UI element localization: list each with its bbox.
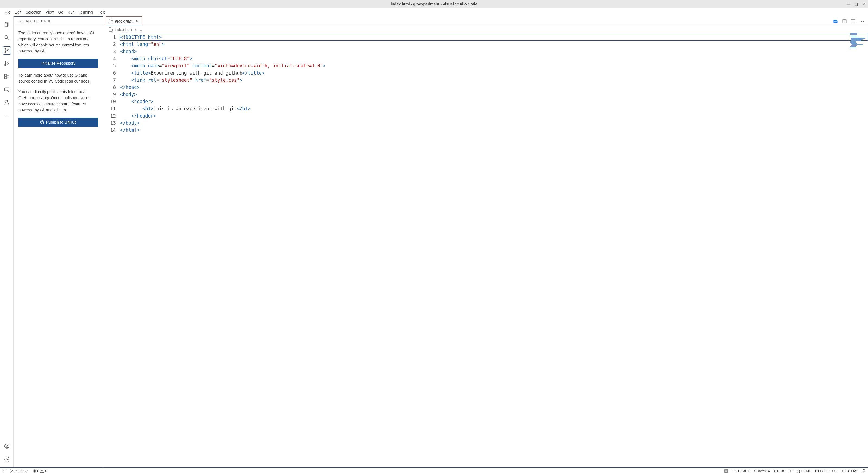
php-icon: PHP [833, 19, 838, 24]
play-bug-icon [4, 61, 10, 66]
notifications-button[interactable] [862, 469, 866, 473]
run-debug-tab[interactable] [0, 57, 13, 70]
svg-point-5 [5, 52, 6, 53]
close-window-button[interactable]: ✕ [862, 2, 866, 6]
maximize-button[interactable]: ▢ [854, 2, 858, 6]
split-icon [850, 19, 856, 24]
split-editor-button[interactable] [850, 19, 856, 24]
remote-indicator[interactable] [2, 469, 6, 473]
search-tab[interactable] [0, 31, 13, 44]
publish-to-github-button[interactable]: Publish to GitHub [19, 118, 98, 127]
code-line[interactable]: <link rel="stylesheet" href="style.css"> [120, 77, 868, 84]
sidebar-paragraph-3: You can directly publish this folder to … [19, 89, 98, 113]
settings-button[interactable] [0, 453, 13, 466]
svg-point-17 [6, 458, 8, 460]
code-line[interactable]: <head> [120, 48, 868, 55]
tab-index-html[interactable]: index.html ✕ [105, 16, 143, 26]
git-branch-icon [4, 48, 10, 54]
menu-edit[interactable]: Edit [13, 9, 24, 16]
error-icon [32, 469, 36, 473]
language-mode[interactable]: { } HTML [797, 469, 811, 473]
indentation[interactable]: Spaces: 4 [754, 469, 770, 473]
bell-icon [862, 469, 866, 473]
initialize-repository-button[interactable]: Initialize Repository [19, 59, 98, 68]
svg-line-3 [7, 38, 9, 40]
sync-icon [25, 469, 29, 473]
code-line[interactable]: <!DOCTYPE html> [120, 34, 868, 41]
svg-point-8 [4, 64, 6, 66]
warning-icon [40, 469, 44, 473]
editor-more-button[interactable]: ⋯ [859, 18, 864, 24]
beaker-icon [4, 100, 10, 106]
remote-icon [4, 87, 10, 93]
file-icon [109, 19, 113, 23]
code-line[interactable]: <h1>This is an experiment with git</h1> [120, 105, 868, 112]
diff-icon [842, 19, 847, 24]
activity-bar: ⋯ [0, 16, 13, 468]
svg-rect-1 [5, 23, 7, 27]
svg-text:PHP: PHP [834, 21, 837, 22]
svg-point-16 [6, 445, 8, 447]
svg-point-4 [5, 48, 6, 50]
code-line[interactable]: <meta name="viewport" content="width=dev… [120, 62, 868, 69]
minimap[interactable] [849, 33, 868, 468]
svg-point-2 [5, 35, 8, 38]
remote-status-icon [2, 469, 6, 473]
code-line[interactable]: <html lang="en"> [120, 41, 868, 48]
accounts-button[interactable] [0, 440, 13, 453]
explorer-tab[interactable] [0, 18, 13, 31]
files-icon [4, 22, 10, 27]
code-line[interactable]: </head> [120, 84, 868, 91]
feedback-button[interactable] [724, 469, 728, 473]
breadcrumb[interactable]: index.html › … [103, 26, 868, 33]
code-line[interactable]: </header> [120, 112, 868, 119]
code-line[interactable]: <header> [120, 98, 868, 105]
tab-close-button[interactable]: ✕ [135, 19, 139, 23]
minimize-button[interactable]: — [846, 2, 850, 6]
svg-point-13 [7, 90, 9, 92]
svg-point-27 [12, 470, 13, 471]
port-indicator[interactable]: Port: 3000 [815, 469, 836, 473]
editor: index.html ✕ PHP ⋯ index.html › … [103, 16, 868, 468]
remote-tab[interactable] [0, 83, 13, 96]
branch-icon [10, 469, 13, 473]
menubar: FileEditSelectionViewGoRunTerminalHelp [0, 8, 868, 16]
more-tab[interactable]: ⋯ [0, 109, 13, 122]
go-live-button[interactable]: Go Live [841, 469, 858, 473]
eol[interactable]: LF [788, 469, 792, 473]
compare-button[interactable] [842, 19, 847, 24]
tab-bar: index.html ✕ PHP ⋯ [103, 16, 868, 26]
code-content[interactable]: <!DOCTYPE html><html lang="en"><head> <m… [119, 33, 868, 468]
testing-tab[interactable] [0, 96, 13, 109]
read-docs-link[interactable]: read our docs [65, 79, 89, 83]
menu-view[interactable]: View [43, 9, 56, 16]
code-line[interactable]: </html> [120, 126, 868, 134]
svg-rect-20 [842, 20, 844, 23]
code-line[interactable]: <title>Experimenting with git and github… [120, 69, 868, 77]
source-control-tab[interactable] [0, 44, 13, 57]
tab-label: index.html [115, 19, 133, 23]
svg-rect-10 [4, 77, 6, 79]
code-line[interactable]: </body> [120, 119, 868, 126]
broadcast-icon [815, 469, 819, 473]
sidebar: SOURCE CONTROL The folder currently open… [13, 16, 103, 468]
ellipsis-icon: ⋯ [4, 113, 9, 119]
menu-go[interactable]: Go [56, 9, 65, 16]
extensions-tab[interactable] [0, 70, 13, 83]
cursor-position[interactable]: Ln 1, Col 1 [733, 469, 750, 473]
code-line[interactable]: <meta charset="UTF-8"> [120, 55, 868, 62]
menu-help[interactable]: Help [95, 9, 108, 16]
breadcrumb-ellipsis: … [138, 27, 143, 32]
svg-point-40 [842, 471, 843, 471]
gear-icon [4, 456, 10, 462]
branch-indicator[interactable]: main* [10, 469, 29, 473]
menu-terminal[interactable]: Terminal [77, 9, 95, 16]
php-button[interactable]: PHP [833, 19, 838, 24]
problems-indicator[interactable]: 0 0 [32, 469, 47, 473]
menu-selection[interactable]: Selection [24, 9, 44, 16]
github-icon [40, 120, 44, 124]
menu-run[interactable]: Run [65, 9, 77, 16]
code-line[interactable]: <body> [120, 91, 868, 98]
encoding[interactable]: UTF-8 [774, 469, 784, 473]
menu-file[interactable]: File [2, 9, 13, 16]
